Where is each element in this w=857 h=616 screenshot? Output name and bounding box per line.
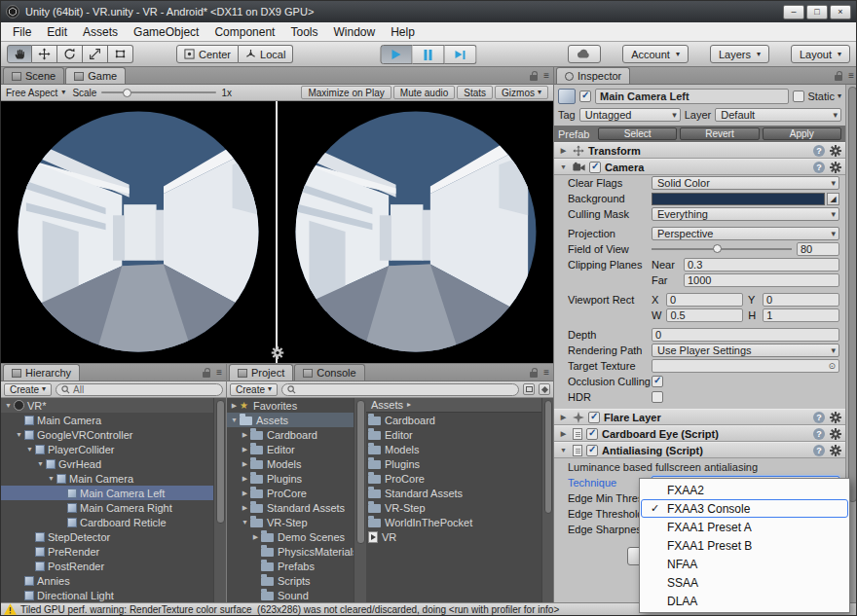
panel-menu-icon[interactable]: ≡ — [216, 368, 222, 378]
foldout-icon[interactable] — [35, 460, 46, 467]
move-tool-button[interactable] — [32, 45, 57, 63]
cloud-services-button[interactable] — [568, 45, 601, 63]
asset-item[interactable]: Models — [366, 442, 541, 456]
help-book-icon[interactable]: ? — [813, 428, 825, 440]
foldout-icon[interactable] — [240, 489, 250, 496]
mute-audio-button[interactable]: Mute audio — [393, 86, 455, 99]
menu-file[interactable]: File — [5, 22, 39, 41]
foldout-icon[interactable] — [558, 430, 569, 437]
lock-icon[interactable] — [835, 75, 842, 81]
dropdown-option-fxaa1-preset-b[interactable]: FXAA1 Preset B — [641, 536, 848, 555]
pause-button[interactable] — [413, 45, 445, 64]
culling-mask-dropdown[interactable]: Everything — [652, 207, 839, 221]
background-color-swatch[interactable] — [652, 193, 825, 205]
layout-dropdown[interactable]: Layout▾ — [791, 45, 850, 63]
tab-project[interactable]: Project — [229, 364, 293, 380]
menu-component[interactable]: Component — [206, 22, 282, 41]
help-book-icon[interactable]: ? — [813, 145, 825, 157]
prefab-apply-button[interactable]: Apply — [763, 127, 841, 140]
panel-menu-icon[interactable]: ≡ — [848, 71, 854, 81]
depth-field[interactable]: 0 — [652, 328, 839, 342]
foldout-icon[interactable] — [24, 446, 35, 453]
assets-scrollbar[interactable] — [541, 398, 553, 604]
foldout-icon[interactable] — [229, 417, 240, 423]
project-tree-item[interactable]: Prefabs — [227, 559, 354, 573]
project-tree-item[interactable]: Cardboard — [227, 427, 354, 442]
project-search-input[interactable] — [281, 383, 519, 396]
hierarchy-item[interactable]: GvrHead — [1, 456, 213, 471]
hand-tool-button[interactable] — [7, 45, 32, 63]
foldout-icon[interactable] — [240, 475, 250, 482]
project-tree-item[interactable]: Sound — [227, 588, 354, 602]
step-button[interactable] — [445, 45, 477, 64]
projection-dropdown[interactable]: Perspective — [652, 227, 839, 240]
gizmos-dropdown[interactable]: Gizmos▾ — [495, 86, 548, 99]
tab-inspector[interactable]: Inspector — [556, 67, 630, 84]
rect-tool-button[interactable] — [108, 45, 133, 63]
component-header-cardboard-eye[interactable]: Cardboard Eye (Script) ? — [554, 425, 845, 442]
hierarchy-item[interactable]: Directional Light — [1, 588, 213, 602]
scrollbar-thumb[interactable] — [356, 400, 365, 544]
dropdown-option-ssaa[interactable]: SSAA — [641, 573, 848, 592]
prefab-select-button[interactable]: Select — [598, 127, 677, 140]
asset-item[interactable]: Editor — [366, 427, 541, 442]
account-dropdown[interactable]: Account▾ — [622, 45, 689, 63]
assets-breadcrumb[interactable]: Assets▸ — [366, 398, 541, 413]
gear-icon[interactable] — [830, 445, 841, 456]
project-tree-item[interactable]: Scripts — [227, 573, 354, 588]
hierarchy-item[interactable]: Annies — [1, 573, 213, 588]
active-checkbox[interactable] — [579, 91, 591, 102]
hierarchy-scene-row[interactable]: VR* — [1, 398, 213, 413]
scale-slider[interactable] — [101, 87, 216, 98]
tab-hierarchy[interactable]: Hierarchy — [3, 364, 80, 380]
foldout-icon[interactable] — [558, 163, 569, 170]
foldout-icon[interactable] — [250, 533, 261, 540]
minimize-button[interactable]: – — [783, 5, 804, 19]
object-name-field[interactable]: Main Camera Left — [595, 89, 789, 104]
object-picker-icon[interactable]: ⊙ — [828, 361, 836, 371]
hierarchy-search-input[interactable]: All — [56, 383, 223, 396]
help-book-icon[interactable]: ? — [813, 412, 825, 423]
menu-assets[interactable]: Assets — [75, 22, 126, 41]
project-tree-item[interactable]: ★Favorites — [227, 398, 354, 413]
hierarchy-item[interactable]: PreRender — [1, 544, 213, 559]
project-tree-item-selected[interactable]: Assets — [227, 413, 354, 427]
gear-icon[interactable] — [830, 412, 841, 423]
static-toggle[interactable]: Static▾ — [793, 91, 841, 102]
asset-item[interactable]: ProCore — [366, 471, 541, 486]
viewport-x-field[interactable]: 0 — [666, 293, 743, 307]
asset-item[interactable]: WorldInThePocket — [366, 515, 541, 529]
foldout-icon[interactable] — [240, 431, 250, 438]
hierarchy-item[interactable]: GoogleVRController — [1, 427, 213, 442]
tag-dropdown[interactable]: Untagged — [579, 108, 681, 122]
cardboard-settings-gear-icon[interactable] — [271, 346, 283, 361]
gear-icon[interactable] — [830, 428, 841, 440]
target-texture-field[interactable]: ⊙ — [652, 359, 839, 373]
menu-edit[interactable]: Edit — [39, 22, 75, 41]
eyedropper-icon[interactable]: ◢ — [827, 193, 839, 205]
component-header-flare-layer[interactable]: Flare Layer ? — [554, 409, 845, 425]
fov-value-field[interactable]: 80 — [797, 242, 839, 256]
tab-scene[interactable]: Scene — [3, 67, 64, 84]
scrollbar-thumb[interactable] — [216, 400, 225, 524]
lock-icon[interactable] — [530, 75, 538, 81]
asset-item-scene[interactable]: VR — [366, 529, 541, 544]
hierarchy-item[interactable]: Cardboard Reticle — [1, 515, 213, 529]
foldout-icon[interactable] — [14, 431, 24, 438]
foldout-icon[interactable] — [240, 504, 250, 511]
maximize-on-play-button[interactable]: Maximize on Play — [301, 86, 391, 99]
gear-icon[interactable] — [830, 162, 841, 173]
stats-button[interactable]: Stats — [457, 86, 493, 99]
project-tree-item[interactable]: Standard Assets — [227, 500, 354, 515]
static-checkbox[interactable] — [793, 91, 804, 102]
help-book-icon[interactable]: ? — [813, 445, 825, 456]
hierarchy-item[interactable]: PostRender — [1, 559, 213, 573]
panel-menu-icon[interactable]: ≡ — [543, 368, 549, 378]
hierarchy-item[interactable]: Main Camera — [1, 413, 213, 427]
menu-gameobject[interactable]: GameObject — [126, 22, 206, 41]
dropdown-option-fxaa3-console[interactable]: FXAA3 Console — [641, 499, 848, 518]
close-button[interactable]: × — [830, 5, 851, 19]
rendering-path-dropdown[interactable]: Use Player Settings — [652, 344, 839, 357]
rotate-tool-button[interactable] — [57, 45, 83, 63]
component-header-transform[interactable]: Transform ? — [554, 142, 845, 159]
